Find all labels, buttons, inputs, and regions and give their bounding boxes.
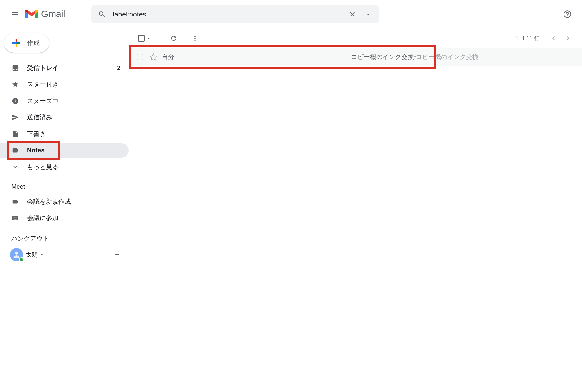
inbox-icon [12,64,19,72]
nav-label: スヌーズ中 [27,97,124,105]
nav-label: 会議に参加 [27,214,124,222]
nav-label: スター付き [27,80,124,89]
prev-page-button[interactable] [546,31,561,46]
search-clear-button[interactable] [345,6,360,22]
dropdown-icon [364,10,372,18]
main-menu-button[interactable] [7,6,22,22]
sidebar: 作成 受信トレイ 2 スター付き スヌーズ中 送信済み 下書き [0,28,129,392]
avatar [10,248,23,261]
app-name: Gmail [41,9,65,19]
hangouts-username: 太朗 [26,251,38,259]
hangouts-user-row[interactable]: 太朗 [0,245,129,265]
send-icon [12,114,19,121]
nav-label: 受信トレイ [27,64,117,72]
email-row[interactable]: 自分 コピー機のインク交換 - コピー機のインク交換 [129,48,582,66]
nav-count: 2 [117,65,120,71]
refresh-icon [170,35,177,42]
hangouts-section: ハングアウト 太朗 [0,228,129,265]
draft-icon [12,130,19,138]
nav-label: Notes [27,147,124,154]
search-options-button[interactable] [360,6,376,22]
nav-list: 受信トレイ 2 スター付き スヌーズ中 送信済み 下書き [0,61,129,174]
checkbox-icon [138,35,145,42]
compose-button[interactable]: 作成 [4,33,49,53]
chevron-down-icon [39,252,44,257]
search-button[interactable] [94,6,110,22]
email-list: 自分 コピー機のインク交換 - コピー機のインク交換 [129,48,582,66]
sidebar-item-snoozed[interactable]: スヌーズ中 [0,94,129,108]
chevron-down-icon [12,163,19,171]
page-info: 1–1 / 1 行 [515,35,540,42]
search-bar [91,5,379,23]
header: Gmail [0,0,582,28]
more-options-button[interactable] [188,31,202,46]
next-page-button[interactable] [561,31,575,46]
dropdown-icon [145,35,152,42]
chevron-right-icon [564,34,572,42]
video-icon [12,198,19,205]
gmail-logo-icon [25,9,38,19]
nav-label: 会議を新規作成 [27,197,124,206]
meet-section: Meet 会議を新規作成 会議に参加 [0,177,129,225]
hangouts-add-button[interactable] [110,248,124,261]
sidebar-item-inbox[interactable]: 受信トレイ 2 [0,61,129,75]
meet-title: Meet [0,183,129,194]
keyboard-icon [12,214,19,222]
sidebar-item-drafts[interactable]: 下書き [0,127,129,141]
meet-new-meeting[interactable]: 会議を新規作成 [0,194,129,209]
presence-indicator [19,257,24,262]
close-icon [348,10,356,18]
chevron-left-icon [550,34,558,42]
help-icon [563,10,572,19]
search-input[interactable] [110,10,345,18]
gmail-logo[interactable]: Gmail [25,9,65,19]
nav-label: 下書き [27,130,124,138]
sidebar-item-starred[interactable]: スター付き [0,77,129,92]
search-icon [98,10,106,18]
menu-icon [11,10,18,18]
star-icon [12,81,19,88]
clock-icon [12,97,19,105]
star-outline-icon [149,53,157,61]
toolbar: 1–1 / 1 行 [129,28,582,48]
hangouts-title: ハングアウト [0,234,129,245]
sidebar-item-more[interactable]: もっと見る [0,160,129,174]
nav-label: 送信済み [27,113,124,122]
email-star-button[interactable] [149,53,157,61]
help-button[interactable] [560,6,575,22]
nav-label: もっと見る [27,163,124,171]
plus-icon [10,37,22,49]
compose-label: 作成 [27,39,40,47]
email-snippet: コピー機のインク交換 [416,53,479,61]
sidebar-item-notes[interactable]: Notes [0,143,129,158]
plus-icon [113,251,121,259]
refresh-button[interactable] [166,31,181,46]
email-sender: 自分 [162,53,254,61]
sidebar-item-sent[interactable]: 送信済み [0,110,129,125]
select-all-checkbox[interactable] [137,34,153,43]
email-checkbox[interactable] [137,54,143,60]
email-subject: コピー機のインク交換 [351,53,414,61]
more-vert-icon [191,35,199,42]
main-area: 1–1 / 1 行 自分 コピー機のインク交換 - コピー機のインク交換 [129,28,582,392]
meet-join-meeting[interactable]: 会議に参加 [0,211,129,225]
label-icon [12,147,19,154]
